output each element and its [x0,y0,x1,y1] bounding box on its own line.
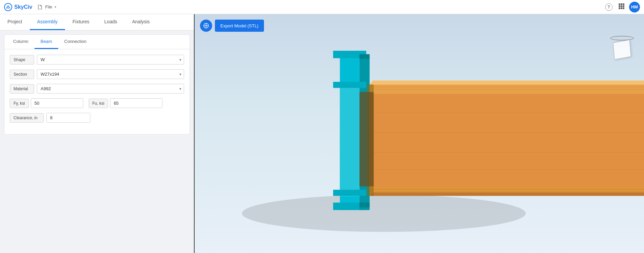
tab-connection[interactable]: Connection [58,35,93,49]
svg-rect-2 [621,3,622,5]
shape-label: Shape [10,55,34,65]
material-select-wrapper: A992 A36 A572 Gr50 A500 ▾ [37,84,184,94]
app-logo[interactable]: SkyCiv [4,3,32,11]
export-button[interactable]: Export Model (STL) [215,20,264,32]
section-select-wrapper: W27x194 W24x162 W21x147 W18x119 ▾ [37,69,184,79]
topbar: SkyCiv File ▾ ? HM [0,0,644,14]
tab-assembly[interactable]: Assembly [30,14,65,30]
svg-rect-4 [619,5,620,7]
svg-rect-1 [619,3,620,5]
svg-rect-9 [623,7,624,9]
fy-input[interactable] [31,98,83,108]
tab-column[interactable]: Column [7,35,35,49]
fu-label: Fu, ksi [89,99,108,108]
clearance-input[interactable] [46,113,90,123]
apps-button[interactable] [618,3,624,11]
compass-button[interactable] [200,20,212,32]
svg-rect-27 [340,82,359,196]
svg-rect-29 [333,190,366,196]
main-tabs: Project Assembly Fixtures Loads Analysis [0,14,194,30]
svg-marker-24 [370,80,644,84]
tab-project[interactable]: Project [0,14,30,30]
file-icon [38,4,42,10]
svg-point-11 [242,195,526,232]
svg-rect-3 [623,3,624,5]
tab-fixtures[interactable]: Fixtures [65,14,97,30]
fu-input[interactable] [110,98,162,108]
material-row: Material A992 A36 A572 Gr50 A500 ▾ [10,84,184,94]
shape-row: Shape W S HP C MC L WT MT ST [10,55,184,65]
svg-rect-28 [333,82,366,88]
svg-rect-16 [359,54,370,59]
grid-icon [618,3,624,9]
shape-select-wrapper: W S HP C MC L WT MT ST ▾ [37,55,184,65]
compass-icon [203,23,209,29]
tab-beam[interactable]: Beam [35,35,58,49]
svg-rect-5 [621,5,622,7]
section-row: Section W27x194 W24x162 W21x147 W18x119 … [10,69,184,79]
sub-tabs: Column Beam Connection [4,35,190,49]
svg-rect-22 [370,94,644,186]
shape-select[interactable]: W S HP C MC L WT MT ST [37,55,184,65]
file-chevron-icon: ▾ [54,5,56,9]
material-label: Material [10,84,34,94]
help-button[interactable]: ? [604,2,614,12]
3d-scene [195,14,644,253]
app-logo-text: SkyCiv [14,4,32,10]
file-label: File [45,4,52,9]
form-body: Shape W S HP C MC L WT MT ST [4,49,190,134]
user-avatar[interactable]: HM [629,2,640,12]
skyciv-logo-icon [4,3,12,11]
tab-analysis[interactable]: Analysis [125,14,157,30]
svg-rect-8 [621,7,622,9]
svg-rect-38 [359,92,374,186]
material-select[interactable]: A992 A36 A572 Gr50 A500 [37,84,184,94]
fy-field-group: Fy, ksi [10,98,83,108]
sub-panel: Column Beam Connection Shape W S HP C M [4,34,190,134]
main-layout: Project Assembly Fixtures Loads Analysis… [0,14,644,253]
clearance-label: Clearance, in [10,113,44,123]
right-panel: Export Model (STL) [195,14,644,253]
viewport-toolbar: Export Model (STL) [200,20,264,32]
svg-rect-17 [359,203,370,207]
svg-rect-6 [623,5,624,7]
section-select[interactable]: W27x194 W24x162 W21x147 W18x119 [37,69,184,79]
fy-label: Fy, ksi [10,99,29,108]
topbar-right: ? HM [604,2,640,12]
fy-fu-row: Fy, ksi Fu, ksi [10,98,184,108]
fu-field-group: Fu, ksi [89,98,162,108]
svg-marker-25 [370,193,644,196]
section-label: Section [10,70,34,79]
svg-point-0 [4,3,12,11]
tab-loads[interactable]: Loads [97,14,125,30]
help-icon: ? [605,3,613,11]
clearance-row: Clearance, in [10,113,184,123]
svg-rect-7 [619,7,620,9]
file-menu[interactable]: File ▾ [38,4,56,10]
left-panel: Project Assembly Fixtures Loads Analysis… [0,14,195,253]
